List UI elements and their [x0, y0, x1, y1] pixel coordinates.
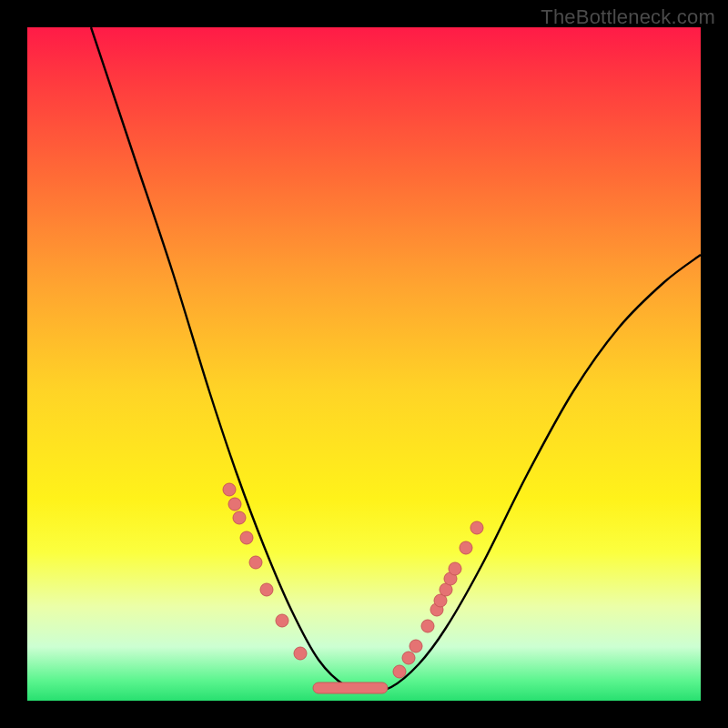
chart-container: TheBottleneck.com	[0, 0, 728, 728]
datapoint-dot	[233, 511, 246, 524]
datapoint-dot	[410, 640, 422, 652]
datapoint-dot	[421, 620, 434, 632]
right-cluster-dots	[393, 521, 483, 678]
datapoint-dot	[260, 583, 273, 596]
datapoint-dot	[393, 665, 406, 678]
datapoint-dot	[294, 647, 307, 660]
left-cluster-dots	[223, 483, 307, 660]
datapoint-dot	[249, 556, 262, 569]
datapoint-dot	[240, 531, 253, 544]
datapoint-dot	[449, 562, 461, 575]
datapoint-dot	[228, 498, 241, 511]
datapoint-dot	[223, 483, 236, 496]
optimal-range-bar	[313, 682, 388, 693]
datapoint-dot	[470, 521, 483, 534]
bottleneck-curve	[91, 27, 701, 692]
datapoint-dot	[460, 541, 472, 554]
chart-svg	[27, 27, 701, 701]
plot-area	[27, 27, 701, 701]
datapoint-dot	[402, 652, 415, 664]
watermark-text: TheBottleneck.com	[541, 5, 715, 29]
datapoint-dot	[276, 614, 288, 627]
